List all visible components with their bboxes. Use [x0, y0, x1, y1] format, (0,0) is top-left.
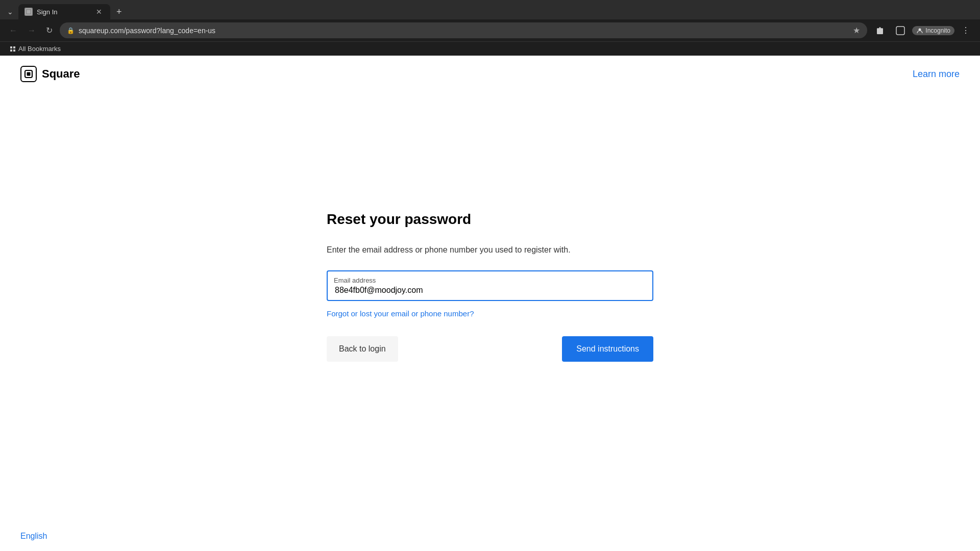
all-bookmarks[interactable]: All Bookmarks	[6, 44, 64, 54]
square-logo[interactable]: Square	[20, 66, 80, 82]
new-tab-button[interactable]: +	[112, 5, 126, 18]
incognito-badge: Incognito	[912, 26, 954, 35]
forgot-link[interactable]: Forgot or lost your email or phone numbe…	[327, 309, 474, 318]
active-tab[interactable]: Sign In ✕	[18, 4, 110, 19]
square-logo-icon	[20, 66, 37, 82]
back-to-login-button[interactable]: Back to login	[327, 336, 398, 362]
email-input-group: Email address	[327, 270, 653, 301]
square-logo-text: Square	[42, 67, 80, 81]
form-description: Enter the email address or phone number …	[327, 244, 653, 256]
tab-close-button[interactable]: ✕	[94, 7, 104, 16]
svg-rect-2	[896, 27, 904, 35]
refresh-button[interactable]: ↻	[43, 24, 56, 37]
email-field[interactable]	[327, 270, 653, 301]
svg-rect-5	[27, 72, 31, 76]
extensions-button[interactable]	[871, 24, 889, 37]
page-header: Square Learn more	[0, 56, 980, 92]
form-container: Reset your password Enter the email addr…	[327, 211, 653, 362]
back-nav-button[interactable]: ←	[6, 24, 20, 37]
page-content: Square Learn more Reset your password En…	[0, 56, 980, 551]
svg-rect-1	[27, 10, 31, 14]
send-instructions-button[interactable]: Send instructions	[562, 336, 653, 362]
browser-toolbar: ← → ↻ 🔒 ★ Incogn	[0, 19, 980, 41]
bookmark-star-icon[interactable]: ★	[853, 26, 860, 35]
forward-nav-button[interactable]: →	[24, 24, 39, 37]
lock-icon: 🔒	[67, 27, 75, 34]
address-bar[interactable]	[79, 27, 849, 35]
tab-title: Sign In	[37, 8, 90, 16]
form-title: Reset your password	[327, 211, 653, 228]
address-bar-container[interactable]: 🔒 ★	[60, 22, 867, 38]
language-selector[interactable]: English	[20, 532, 47, 541]
toolbar-actions: Incognito ⋮	[871, 24, 974, 37]
tab-switcher-button[interactable]: ⌄	[4, 6, 16, 18]
tabs-bar: ⌄ Sign In ✕ +	[0, 0, 980, 19]
learn-more-link[interactable]: Learn more	[913, 69, 960, 80]
tab-favicon	[24, 8, 33, 16]
bookmarks-label: All Bookmarks	[18, 45, 61, 53]
browser-chrome: ⌄ Sign In ✕ + ← → ↻ 🔒 ★	[0, 0, 980, 56]
profile-button[interactable]	[892, 24, 909, 37]
page-footer: English	[0, 521, 980, 551]
incognito-label: Incognito	[925, 27, 950, 34]
bookmarks-bar: All Bookmarks	[0, 41, 980, 56]
main-area: Reset your password Enter the email addr…	[0, 92, 980, 521]
menu-button[interactable]: ⋮	[958, 24, 974, 37]
buttons-row: Back to login Send instructions	[327, 336, 653, 362]
